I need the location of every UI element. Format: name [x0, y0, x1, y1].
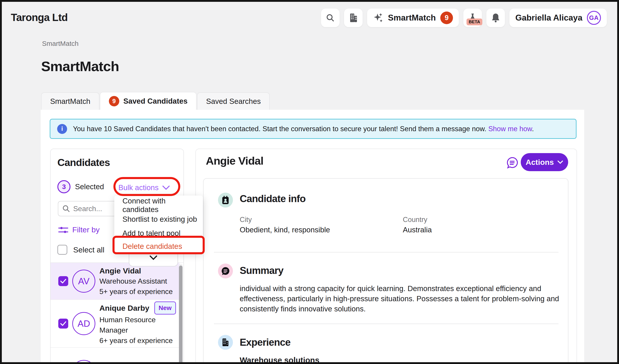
profile-button[interactable]: Gabriella Alicaya GA [509, 9, 607, 27]
info-icon: i [57, 124, 67, 134]
info-banner: i You have 10 Saved Candidates that have… [50, 119, 577, 139]
candidate-row-anique-darby[interactable]: AD Anique Darby New Human Resource Manag… [51, 300, 179, 348]
check-icon [60, 321, 66, 326]
smartmatch-header-label: SmartMatch [388, 13, 436, 23]
select-all-row: Select all [57, 245, 104, 255]
show-me-how-link[interactable]: Show me how [488, 125, 532, 133]
actions-label: Actions [526, 158, 554, 167]
list-scrollbar[interactable] [179, 264, 183, 364]
menu-item-talent-pool[interactable]: Add to talent pool [114, 226, 203, 240]
selected-label: Selected [75, 182, 104, 191]
candidate-experience: 5+ years of experience [99, 286, 174, 297]
beta-badge: BETA [466, 18, 482, 25]
building-icon [349, 13, 358, 23]
section-title-summary: Summary [240, 265, 283, 276]
bulk-actions-label: Bulk actions [118, 183, 159, 192]
city-label: City [240, 216, 252, 224]
avatar: AV [72, 270, 95, 293]
actions-button[interactable]: Actions [521, 153, 568, 171]
scrollbar-thumb[interactable] [179, 266, 183, 364]
chevron-down-icon [162, 185, 170, 190]
smartmatch-page: Taronga Ltd SmartMatch 9 [0, 0, 619, 364]
section-title-experience: Experience [240, 337, 291, 348]
menu-item-delete-candidates[interactable]: Delete candidates [114, 239, 203, 253]
sparkle-icon [373, 13, 383, 23]
id-badge-icon [218, 193, 233, 207]
candidate-details: Angie Vidal Warehouse Assistant 5+ years… [99, 266, 174, 297]
new-badge: New [154, 301, 176, 315]
row-checkbox-checked[interactable] [58, 319, 68, 329]
candidate-name: Anique Darby [99, 303, 149, 313]
row-checkbox-checked[interactable] [58, 276, 68, 286]
notifications-button[interactable] [486, 9, 505, 27]
section-divider [214, 324, 559, 324]
profile-name: Gabriella Alicaya [515, 13, 582, 23]
candidates-panel: Candidates 3 Selected Bulk actions Filte… [50, 148, 184, 364]
banner-text: You have 10 Saved Candidates that haven'… [73, 125, 534, 133]
summary-bubble-icon [218, 264, 233, 278]
company-directory-button[interactable] [344, 9, 363, 27]
select-all-checkbox[interactable] [57, 245, 67, 255]
smartmatch-count-badge: 9 [440, 12, 453, 24]
filter-by-button[interactable]: Filter by [58, 225, 100, 234]
bulk-actions-dropdown[interactable]: Bulk actions [118, 183, 170, 192]
smartmatch-header-button[interactable]: SmartMatch 9 [367, 9, 459, 27]
filter-by-label: Filter by [72, 225, 100, 234]
saved-candidates-count-badge: 9 [109, 96, 119, 106]
avatar: AD [72, 312, 95, 335]
banner-message: You have 10 Saved Candidates that haven'… [73, 125, 486, 133]
company-logo: Taronga Ltd [11, 11, 68, 24]
filter-sliders-icon [58, 226, 68, 234]
message-icon[interactable] [506, 156, 519, 170]
menu-item-shortlist[interactable]: Shortlist to existing job [114, 212, 203, 226]
tab-label: Saved Candidates [123, 97, 187, 106]
candidate-detail-card: Candidate info City Obedient, kind, resp… [203, 178, 568, 364]
beta-lab-button[interactable]: BETA [463, 9, 482, 27]
tab-label: Saved Searches [206, 97, 261, 106]
selected-summary: 3 Selected [57, 180, 104, 193]
candidate-role: Human Resource Manager [99, 315, 174, 335]
candidate-row-angie-vidal[interactable]: AV Angie Vidal Warehouse Assistant 5+ ye… [51, 263, 179, 300]
summary-text: individual with a strong capacity for qu… [240, 283, 563, 314]
city-value: Obedient, kind, responsible [240, 226, 330, 234]
search-icon [62, 205, 70, 213]
page-title: SmartMatch [41, 58, 119, 74]
menu-item-connect[interactable]: Connect with candidates [114, 198, 203, 212]
experience-item: Warehouse solutions [240, 356, 319, 364]
candidate-details: Anique Darby New Human Resource Manager … [99, 301, 176, 346]
bulk-actions-menu: Connect with candidates Shortlist to exi… [114, 196, 203, 253]
bell-icon [491, 13, 500, 23]
search-button[interactable] [321, 9, 339, 27]
tab-label: SmartMatch [50, 97, 90, 106]
section-title-candidate-info: Candidate info [240, 193, 306, 204]
country-label: Country [403, 216, 427, 224]
tab-smartmatch[interactable]: SmartMatch [41, 92, 99, 110]
selected-count-badge: 3 [57, 180, 70, 193]
tab-saved-searches[interactable]: Saved Searches [197, 92, 270, 110]
candidates-title: Candidates [57, 157, 110, 168]
candidate-list: AV Angie Vidal Warehouse Assistant 5+ ye… [51, 263, 179, 364]
search-icon [326, 13, 335, 22]
chevron-down-icon [150, 255, 157, 260]
header-actions: SmartMatch 9 BETA Gabriella Alicaya GA [321, 9, 607, 27]
candidate-name: Angie Vidal [99, 266, 174, 276]
avatar [72, 360, 95, 364]
country-value: Australia [403, 226, 432, 234]
tab-bar: SmartMatch 9 Saved Candidates Saved Sear… [41, 92, 270, 110]
candidate-experience: 6+ years of experience [99, 335, 174, 346]
breadcrumb[interactable]: SmartMatch [42, 40, 79, 47]
candidate-role: Warehouse Assistant [99, 276, 174, 286]
avatar: GA [587, 11, 601, 25]
candidate-row-phoebe[interactable]: Phoebe(Yi... New [51, 348, 179, 364]
candidate-detail-name: Angie Vidal [206, 154, 263, 167]
candidate-detail-panel: Angie Vidal Actions Candidate info [196, 148, 577, 364]
section-divider [214, 252, 559, 253]
select-all-label: Select all [73, 245, 104, 254]
banner-suffix: . [532, 125, 534, 133]
chevron-down-icon [557, 160, 563, 164]
experience-building-icon [218, 335, 233, 350]
tab-saved-candidates[interactable]: 9 Saved Candidates [100, 92, 197, 110]
check-icon [60, 278, 66, 284]
